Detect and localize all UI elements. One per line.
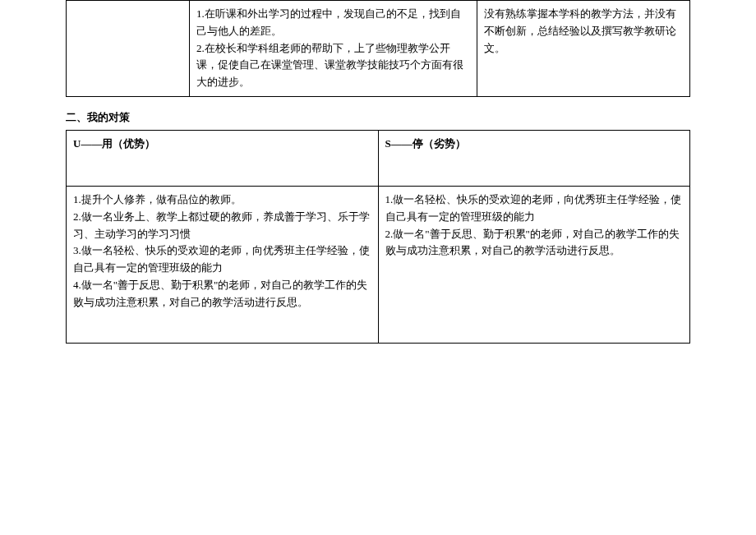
strategy-table: U——用（优势） S——停（劣势） 1.提升个人修养，做有品位的教师。 2.做一… [66,130,690,344]
strategy-body-stop-text: 1.做一名轻松、快乐的受欢迎的老师，向优秀班主任学经验，使自己具有一定的管理班级… [385,191,684,260]
strategy-header-stop: S——停（劣势） [378,130,690,186]
strategy-header-use: U——用（优势） [67,130,379,186]
section-title: 二、我的对策 [66,110,690,125]
table1-r1-c3: 没有熟练掌握本学科的教学方法，并没有不断创新，总结经验以及撰写教学教研论文。 [477,1,690,97]
strategy-body-stop: 1.做一名轻松、快乐的受欢迎的老师，向优秀班主任学经验，使自己具有一定的管理班级… [378,186,690,343]
strategy-body-use: 1.提升个人修养，做有品位的教师。 2.做一名业务上、教学上都过硬的教师，养成善… [67,186,379,343]
strategy-body-use-text: 1.提升个人修养，做有品位的教师。 2.做一名业务上、教学上都过硬的教师，养成善… [73,191,371,311]
analysis-table: 1.在听课和外出学习的过程中，发现自己的不足，找到自己与他人的差距。 2.在校长… [66,0,690,97]
table1-r1-c1 [67,1,190,97]
table1-r1-c2: 1.在听课和外出学习的过程中，发现自己的不足，找到自己与他人的差距。 2.在校长… [190,1,477,97]
